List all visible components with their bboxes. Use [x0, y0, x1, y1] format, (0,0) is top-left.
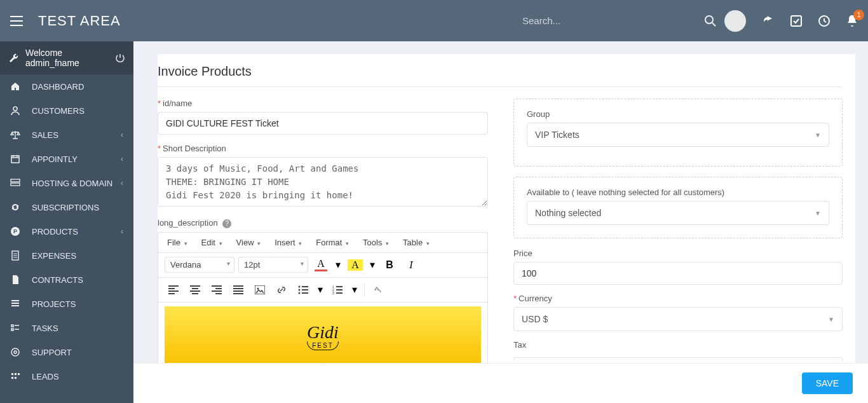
top-header: TEST AREA 1 — [0, 0, 868, 41]
align-justify-button[interactable] — [229, 282, 247, 298]
check-square-icon[interactable] — [790, 15, 802, 27]
long-desc-label: long_description ? — [158, 218, 488, 228]
sidebar-item-label: LEADS — [32, 372, 123, 381]
editor-menu-insert[interactable]: Insert ▾ — [275, 238, 302, 247]
align-right-button[interactable] — [208, 282, 226, 298]
bullet-list-more[interactable]: ▾ — [316, 282, 325, 298]
sidebar-item-label: TASKS — [32, 324, 123, 333]
sidebar-item-appointly[interactable]: APPOINTLY‹ — [0, 147, 133, 171]
search-icon[interactable] — [704, 15, 717, 27]
group-select[interactable]: VIP Tickets▼ — [527, 123, 829, 147]
sidebar-item-expenses[interactable]: EXPENSES — [0, 243, 133, 268]
sidebar-item-label: PRODUCTS — [32, 227, 121, 236]
italic-button[interactable]: I — [402, 257, 420, 273]
align-center-button[interactable] — [186, 282, 204, 298]
group-label: Group — [527, 109, 829, 119]
search-input[interactable] — [520, 11, 685, 30]
bg-color-more[interactable]: ▾ — [368, 257, 377, 273]
svg-text:P: P — [13, 228, 17, 235]
avatar[interactable] — [724, 10, 746, 32]
number-list-more[interactable]: ▾ — [350, 282, 359, 298]
image-button[interactable] — [251, 282, 269, 298]
editor-menu-view[interactable]: View ▾ — [236, 238, 261, 247]
currency-select[interactable]: USD $▼ — [513, 307, 843, 331]
text-color-button[interactable]: A — [312, 257, 330, 273]
banner-logo-text: Gidi — [307, 322, 339, 343]
wrench-icon — [9, 53, 19, 63]
bell-icon[interactable]: 1 — [846, 15, 858, 27]
undo-button[interactable] — [370, 282, 388, 298]
sidebar-item-label: PROJECTS — [32, 299, 123, 309]
save-button[interactable]: SAVE — [802, 372, 853, 394]
editor-body[interactable]: Gidi FEST — [158, 303, 487, 364]
bars-icon — [10, 299, 23, 309]
align-left-button[interactable] — [165, 282, 182, 298]
bold-button[interactable]: B — [381, 257, 398, 273]
svg-rect-1 — [791, 16, 801, 26]
editor-menu-edit[interactable]: Edit ▾ — [201, 238, 222, 247]
sidebar-item-leads[interactable]: LEADS — [0, 364, 133, 388]
editor-menu-format[interactable]: Format ▾ — [316, 238, 349, 247]
svg-rect-5 — [11, 179, 20, 182]
link-button[interactable] — [273, 282, 290, 298]
home-icon — [10, 81, 23, 92]
bullet-list-button[interactable] — [294, 282, 312, 298]
svg-point-0 — [705, 16, 713, 24]
chevron-left-icon: ‹ — [121, 227, 123, 236]
sidebar-item-label: HOSTING & DOMAIN — [32, 179, 121, 188]
number-list-button[interactable]: 123 — [329, 282, 346, 298]
product-icon: P — [10, 226, 23, 236]
sidebar-item-projects[interactable]: PROJECTS — [0, 292, 133, 316]
help-icon[interactable]: ? — [222, 219, 231, 228]
chevron-left-icon: ‹ — [121, 154, 123, 163]
id-name-input[interactable] — [158, 112, 488, 135]
bg-color-button[interactable]: A — [346, 257, 364, 273]
svg-point-11 — [14, 351, 17, 353]
sidebar-item-tasks[interactable]: TASKS — [0, 316, 133, 340]
svg-rect-4 — [11, 156, 19, 163]
sidebar-item-hosting-domain[interactable]: HOSTING & DOMAIN‹ — [0, 171, 133, 195]
sidebar-item-sales[interactable]: SALES‹ — [0, 123, 133, 147]
font-family-select[interactable]: Verdana — [165, 257, 234, 273]
currency-label: Currency — [513, 294, 843, 303]
tasks-icon — [10, 323, 23, 333]
share-icon[interactable] — [763, 15, 774, 27]
sidebar-item-label: SUBSCRIPTIONS — [32, 203, 123, 212]
chevron-left-icon: ‹ — [121, 179, 123, 188]
rich-text-editor: File ▾Edit ▾View ▾Insert ▾Format ▾Tools … — [158, 232, 488, 364]
font-size-select[interactable]: 12pt — [238, 257, 308, 273]
welcome-row: Welcome admin_fname — [0, 41, 133, 74]
editor-menu-file[interactable]: File ▾ — [167, 238, 187, 247]
sidebar-item-label: DASHBOARD — [32, 82, 123, 92]
svg-point-10 — [11, 348, 19, 356]
sidebar-item-label: CUSTOMERS — [32, 106, 123, 116]
sidebar-item-customers[interactable]: CUSTOMERS — [0, 99, 133, 123]
editor-menu-table[interactable]: Table ▾ — [403, 238, 430, 247]
calendar-icon — [10, 154, 23, 164]
editor-menu-tools[interactable]: Tools ▾ — [363, 238, 389, 247]
editor-menubar: File ▾Edit ▾View ▾Insert ▾Format ▾Tools … — [158, 233, 487, 253]
banner-sub-text: FEST — [307, 341, 339, 350]
svg-rect-6 — [11, 183, 20, 186]
sidebar-item-support[interactable]: SUPPORT — [0, 340, 133, 364]
support-icon — [10, 347, 23, 357]
available-select[interactable]: Nothing selected▼ — [527, 201, 829, 225]
sidebar-item-label: EXPENSES — [32, 251, 123, 261]
tax-input[interactable] — [513, 357, 843, 361]
sidebar-item-dashboard[interactable]: DASHBOARD — [0, 74, 133, 99]
page-title: Invoice Products — [158, 64, 843, 79]
sidebar-item-products[interactable]: PPRODUCTS‹ — [0, 219, 133, 243]
sidebar-item-contracts[interactable]: CONTRACTS — [0, 268, 133, 292]
banner-image: Gidi FEST — [165, 306, 481, 364]
id-name-label: id/name — [158, 99, 488, 108]
editor-toolbar-row1: Verdana 12pt A ▾ A ▾ B I — [158, 253, 487, 278]
clock-icon[interactable] — [818, 15, 830, 27]
price-input[interactable] — [513, 262, 843, 285]
sidebar-item-subscriptions[interactable]: SUBSCRIPTIONS — [0, 195, 133, 219]
text-color-more[interactable]: ▾ — [334, 257, 342, 273]
short-desc-textarea[interactable] — [158, 157, 488, 207]
menu-toggle-icon[interactable] — [10, 16, 23, 26]
svg-point-3 — [13, 107, 17, 111]
power-icon[interactable] — [116, 53, 125, 62]
svg-point-15 — [299, 289, 301, 290]
